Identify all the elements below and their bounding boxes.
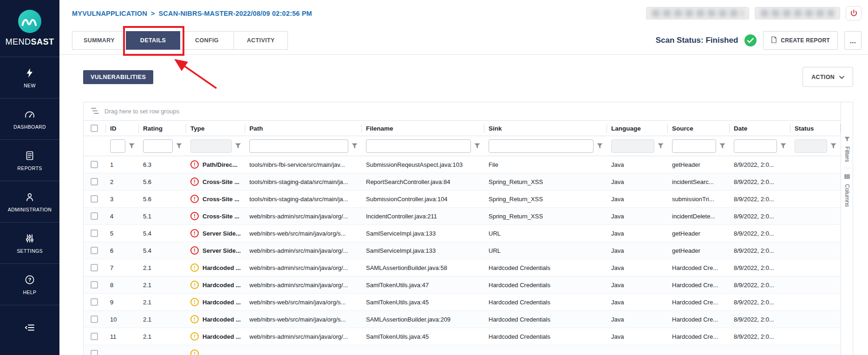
sidebar-item-label: ADMINISTRATION: [8, 207, 52, 212]
cell-id: [106, 345, 139, 355]
breadcrumb-app[interactable]: MYVULNAPPLICATION: [72, 10, 147, 17]
filter-funnel-icon[interactable]: [474, 143, 480, 149]
table-row[interactable]: 8 2.1 Hardcoded ... web/nibrs-admin/src/…: [84, 276, 841, 294]
logout-power-button[interactable]: [846, 6, 861, 20]
filter-input-type[interactable]: [190, 139, 232, 153]
cell-type: Server Side...: [186, 225, 245, 242]
row-checkbox[interactable]: [91, 230, 98, 237]
cell-status: [790, 311, 841, 328]
column-header-source[interactable]: Source: [668, 121, 730, 136]
filter-input-source[interactable]: [672, 139, 716, 153]
column-header-status[interactable]: Status: [790, 121, 841, 136]
column-header-rating[interactable]: Rating: [139, 121, 186, 136]
cell-path: web/nibrs-admin/src/main/java/org/...: [245, 208, 362, 224]
table-row[interactable]: 3 5.6 Cross-Site ... tools/nibrs-staging…: [84, 191, 841, 208]
column-header-date[interactable]: Date: [730, 121, 790, 136]
cell-type: Cross-Site ...: [186, 191, 245, 207]
filter-cell-language: [607, 136, 668, 156]
filter-funnel-icon[interactable]: [597, 143, 603, 149]
filter-funnel-icon[interactable]: [176, 143, 182, 149]
row-checkbox[interactable]: [91, 281, 98, 289]
redacted-account-info[interactable]: [755, 7, 840, 20]
filter-input-date[interactable]: [734, 139, 777, 153]
table-row[interactable]: 7 2.1 Hardcoded ... web/nibrs-admin/src/…: [84, 259, 841, 276]
row-checkbox[interactable]: [91, 264, 98, 271]
tab-details[interactable]: DETAILS: [126, 31, 180, 50]
row-checkbox[interactable]: [91, 247, 98, 254]
cell-date: [730, 345, 790, 355]
cell-id: 7: [106, 259, 139, 276]
row-checkbox[interactable]: [91, 316, 98, 323]
cell-rating: [139, 345, 186, 355]
action-button[interactable]: ACTION: [803, 67, 853, 87]
row-checkbox[interactable]: [91, 195, 98, 203]
table-row[interactable]: [84, 345, 841, 355]
table-row[interactable]: 4 5.1 Cross-Site ... web/nibrs-admin/src…: [84, 208, 841, 225]
redacted-user-info[interactable]: [646, 7, 749, 20]
filter-funnel-icon[interactable]: [235, 143, 241, 149]
more-options-button[interactable]: ...: [844, 31, 861, 50]
row-checkbox[interactable]: [91, 298, 98, 306]
tab-config[interactable]: CONFIG: [180, 31, 234, 50]
filter-input-rating[interactable]: [143, 139, 173, 153]
filter-input-language[interactable]: [611, 139, 654, 153]
side-tab-columns[interactable]: Columns: [844, 168, 850, 212]
filter-input-status[interactable]: [795, 139, 827, 153]
table-row[interactable]: 10 2.1 Hardcoded ... web/nibrs-web/src/m…: [84, 311, 841, 328]
collapse-menu-icon[interactable]: [24, 322, 36, 355]
sidebar-item-dashboard[interactable]: DASHBOARD: [0, 98, 59, 139]
column-header-sink[interactable]: Sink: [484, 121, 607, 136]
row-group-panel[interactable]: Drag here to set row groups: [84, 102, 841, 121]
breadcrumb-separator: >: [151, 10, 155, 17]
cell-status: [790, 294, 841, 310]
filter-funnel-icon[interactable]: [658, 143, 664, 149]
row-checkbox[interactable]: [91, 178, 98, 185]
filter-funnel-icon[interactable]: [352, 143, 358, 149]
side-tab-filters[interactable]: Filters: [844, 131, 850, 168]
select-all-checkbox[interactable]: [91, 125, 98, 132]
column-header-filename[interactable]: Filename: [362, 121, 484, 136]
column-header-path[interactable]: Path: [245, 121, 362, 136]
sidebar-item-administration[interactable]: ADMINISTRATION: [0, 181, 59, 222]
table-row[interactable]: 2 5.6 Cross-Site ... tools/nibrs-staging…: [84, 173, 841, 191]
grid-body: 1 6.3 Path/Direc... tools/nibrs-fbi-serv…: [84, 156, 841, 355]
cell-type: Cross-Site ...: [186, 208, 245, 224]
filter-input-filename[interactable]: [366, 139, 471, 153]
column-header-id[interactable]: ID: [106, 121, 139, 136]
table-row[interactable]: 9 2.1 Hardcoded ... web/nibrs-web/src/ma…: [84, 294, 841, 311]
row-checkbox[interactable]: [91, 212, 98, 220]
sidebar-item-help[interactable]: ? HELP: [0, 263, 59, 305]
tab-summary[interactable]: SUMMARY: [72, 31, 126, 50]
table-row[interactable]: 11 2.1 Hardcoded ... web/nibrs-admin/src…: [84, 328, 841, 345]
create-report-button[interactable]: CREATE REPORT: [763, 31, 838, 50]
row-checkbox[interactable]: [91, 161, 98, 168]
cell-path: web/nibrs-admin/src/main/java/org/...: [245, 259, 362, 276]
tab-activity[interactable]: ACTIVITY: [234, 31, 288, 50]
severity-icon: [190, 349, 199, 355]
sidebar-item-settings[interactable]: SETTINGS: [0, 222, 59, 263]
row-checkbox[interactable]: [91, 333, 98, 340]
cell-status: [790, 328, 841, 345]
cell-path: [245, 345, 362, 355]
vulnerabilities-badge[interactable]: VULNERABILITIES: [83, 70, 153, 84]
topbar-right: [646, 6, 861, 20]
filter-funnel-icon[interactable]: [830, 143, 836, 149]
sidebar-item-reports[interactable]: REPORTS: [0, 139, 59, 181]
cell-status: [790, 345, 841, 355]
filter-input-path[interactable]: [249, 139, 348, 153]
filter-input-sink[interactable]: [489, 139, 594, 153]
table-row[interactable]: 1 6.3 Path/Direc... tools/nibrs-fbi-serv…: [84, 156, 841, 173]
filter-funnel-icon[interactable]: [129, 143, 135, 149]
cell-sink: Hardcoded Credentials: [484, 259, 607, 276]
column-header-language[interactable]: Language: [607, 121, 668, 136]
filter-funnel-icon[interactable]: [719, 143, 725, 149]
row-checkbox[interactable]: [91, 350, 98, 355]
column-header-type[interactable]: Type: [186, 121, 245, 136]
table-row[interactable]: 5 5.4 Server Side... web/nibrs-web/src/m…: [84, 225, 841, 242]
filter-input-id[interactable]: [110, 139, 125, 153]
cell-language: Java: [607, 242, 668, 259]
filter-funnel-icon[interactable]: [780, 143, 786, 149]
table-row[interactable]: 6 5.4 Server Side... web/nibrs-admin/src…: [84, 242, 841, 259]
column-header-label: Path: [249, 125, 263, 132]
sidebar-item-new[interactable]: NEW: [0, 57, 59, 98]
